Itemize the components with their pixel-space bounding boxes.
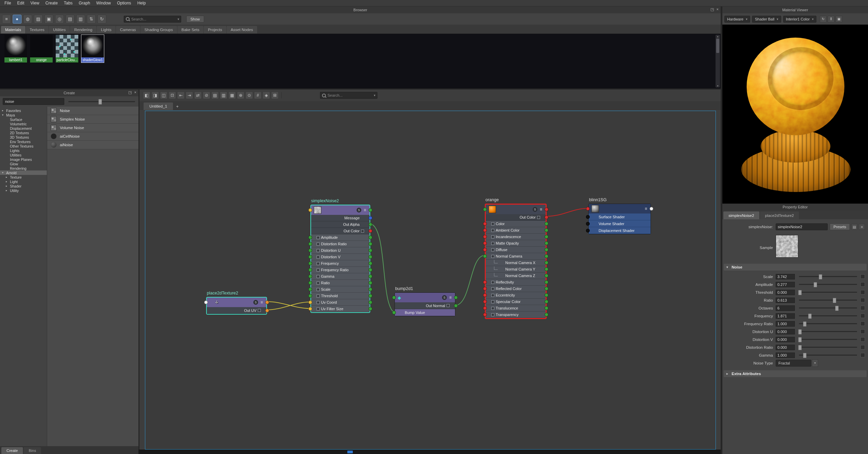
menu-item[interactable]: File — [1, 1, 14, 5]
expand-icon[interactable] — [317, 288, 320, 291]
node-attr-row[interactable]: Normal Camera X — [486, 260, 546, 266]
node-editor-toolbar-icon[interactable]: ⇥ — [186, 92, 193, 99]
node-editor-toolbar-icon[interactable]: ◨ — [151, 92, 159, 99]
map-button-icon[interactable] — [860, 329, 865, 334]
slider-handle[interactable] — [808, 314, 812, 319]
tree-arrow-icon[interactable] — [2, 171, 5, 174]
slider-handle[interactable] — [798, 290, 802, 295]
node-input-port[interactable] — [204, 301, 208, 304]
tree-arrow-icon[interactable] — [6, 189, 9, 192]
browser-tab[interactable]: Rendering — [70, 26, 96, 33]
attr-output-port[interactable] — [545, 229, 548, 232]
attr-output-port[interactable] — [454, 304, 457, 307]
node-attr-row[interactable]: Eccentricity — [486, 292, 546, 299]
attr-input-port[interactable] — [483, 242, 486, 245]
attr-input-port[interactable] — [483, 255, 486, 258]
node-attr-row[interactable]: Threshold — [311, 293, 370, 299]
node-attr-row[interactable]: Reflectivity — [486, 279, 546, 286]
chevron-down-icon[interactable]: ▾ — [812, 359, 818, 367]
node-type-item[interactable]: aiCellNoise — [47, 132, 138, 141]
expand-icon[interactable] — [317, 294, 320, 298]
node-attr-row[interactable]: Frequency Ratio — [311, 267, 370, 273]
material-swatch[interactable]: orange — [30, 35, 53, 63]
sample-swatch[interactable] — [776, 235, 798, 258]
node-attr-row[interactable]: Message — [311, 215, 370, 221]
viewer-toolbar-icon[interactable]: ↻ — [820, 16, 827, 23]
node-header[interactable]: ≡ — [589, 204, 651, 214]
attr-input-port[interactable] — [309, 262, 312, 265]
node-attr-row[interactable]: Ratio — [311, 280, 370, 286]
attribute-value-field[interactable]: 0.000 — [776, 345, 795, 350]
menu-item[interactable]: Graph — [76, 1, 93, 5]
expand-icon[interactable] — [317, 256, 320, 259]
viewer-toolbar-icon[interactable]: Ⅱ — [828, 16, 834, 23]
slider-handle[interactable] — [798, 337, 802, 342]
browser-tab[interactable]: Asset Nodes — [227, 26, 257, 33]
attr-output-port[interactable] — [266, 309, 269, 312]
section-expand-icon[interactable] — [726, 265, 729, 269]
attribute-value-field[interactable]: 6 — [776, 305, 795, 311]
tree-item[interactable]: Displacement — [0, 126, 47, 130]
property-tab[interactable]: place2dTexture2 — [760, 211, 799, 219]
attribute-slider[interactable] — [799, 347, 857, 348]
tree-item[interactable]: Lights — [0, 148, 47, 153]
attr-output-port[interactable] — [545, 300, 548, 303]
attr-output-port[interactable] — [369, 288, 372, 291]
expand-icon[interactable] — [317, 249, 320, 252]
renderer-dropdown[interactable]: Hardware ▾ — [724, 16, 750, 23]
node-editor-toolbar-icon[interactable]: ◫ — [160, 92, 168, 99]
menu-item[interactable]: Create — [42, 1, 61, 5]
attr-input-port[interactable] — [586, 222, 589, 225]
tree-item[interactable]: 3D Textures — [0, 135, 47, 139]
expand-icon[interactable] — [491, 287, 494, 290]
attr-output-port[interactable] — [545, 313, 548, 316]
node-editor-search-input[interactable]: Search... ▾ — [320, 92, 377, 99]
browser-tab[interactable]: Utilities — [49, 26, 70, 33]
attr-input-port[interactable] — [309, 243, 312, 246]
attribute-slider[interactable] — [799, 300, 857, 301]
expand-icon[interactable] — [361, 230, 364, 233]
attr-output-port[interactable] — [545, 268, 548, 271]
attr-input-port[interactable] — [483, 313, 486, 316]
attr-output-port[interactable] — [545, 287, 548, 290]
node-editor-toolbar-icon[interactable]: ⊘ — [203, 92, 210, 99]
attr-input-port[interactable] — [204, 309, 208, 312]
attribute-value-field[interactable]: 0.277 — [776, 282, 795, 287]
node-editor-toolbar-icon[interactable]: ⇄ — [194, 92, 202, 99]
node-output-port[interactable] — [650, 207, 653, 210]
menu-item[interactable]: Edit — [14, 1, 27, 5]
slider-handle[interactable] — [798, 345, 802, 350]
map-button-icon[interactable] — [860, 274, 865, 279]
node-editor-toolbar-icon[interactable]: ⊞ — [271, 92, 279, 99]
attribute-slider[interactable] — [799, 292, 857, 293]
browser-tab[interactable]: Materials — [1, 26, 25, 33]
create-search-input[interactable] — [3, 98, 64, 105]
attr-output-port[interactable] — [369, 294, 372, 298]
map-button-icon[interactable] — [860, 337, 865, 342]
tree-item[interactable]: Glow — [0, 162, 47, 166]
attr-input-port[interactable] — [309, 223, 312, 226]
node-attr-row[interactable]: Matte Opacity — [486, 240, 546, 247]
attr-output-port[interactable] — [369, 249, 372, 252]
attr-output-port[interactable] — [650, 215, 653, 218]
graph-tab[interactable]: Untitled_1 — [144, 102, 173, 110]
attr-output-port[interactable] — [369, 230, 372, 233]
scroll-down-icon[interactable]: ▾ — [717, 84, 718, 87]
browser-toolbar-icon[interactable]: ◍ — [23, 15, 32, 24]
attr-output-port[interactable] — [369, 223, 372, 226]
browser-toolbar-icon[interactable]: ≡ — [2, 15, 11, 24]
slider-handle[interactable] — [835, 306, 839, 311]
material-swatch[interactable]: particleClou... — [56, 35, 78, 63]
tree-item[interactable]: Shader — [0, 184, 47, 188]
expand-icon[interactable] — [537, 216, 540, 219]
node-attr-row[interactable]: Specular Color — [486, 299, 546, 305]
attr-output-port[interactable] — [545, 261, 548, 264]
node-attr-row[interactable]: Volume Shader — [589, 220, 651, 227]
attr-output-port[interactable] — [545, 294, 548, 297]
map-button-icon[interactable] — [860, 314, 865, 318]
attr-output-port[interactable] — [545, 307, 548, 310]
attr-input-port[interactable] — [483, 281, 486, 284]
slider-handle[interactable] — [814, 282, 817, 287]
node-attr-row[interactable]: Normal Camera Z — [486, 273, 546, 279]
tree-item[interactable]: Surface — [0, 117, 47, 122]
